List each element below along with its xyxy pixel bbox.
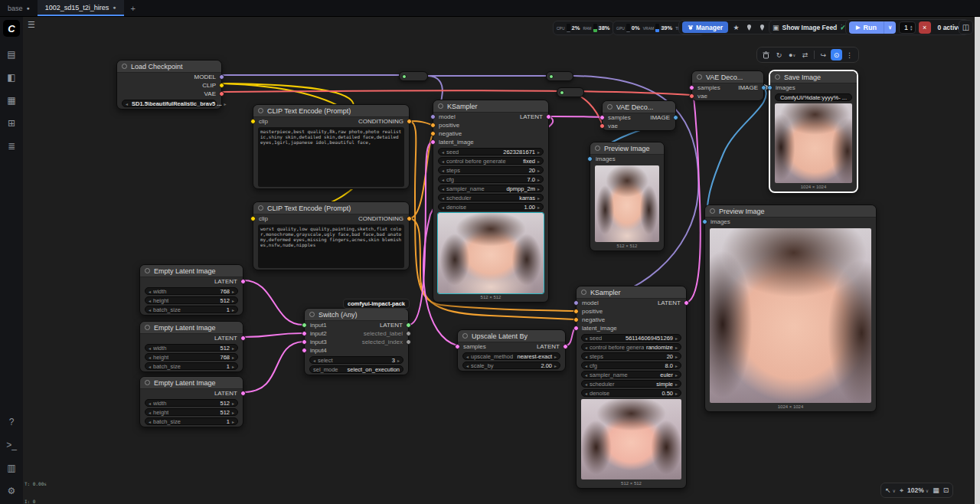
- stepper-left-icon[interactable]: ◂: [585, 335, 587, 341]
- stepper-left-icon[interactable]: ◂: [149, 289, 151, 294]
- pin-node-button[interactable]: ⊙: [831, 49, 842, 61]
- stepper-left-icon[interactable]: ◂: [585, 372, 587, 378]
- output-port-IMAGE[interactable]: [673, 115, 678, 120]
- node-library-icon[interactable]: ⊞: [3, 116, 20, 130]
- node-title-bar[interactable]: CLIP Text Encode (Prompt): [253, 105, 409, 117]
- widget-scheduler[interactable]: ◂schedulerkarras▸: [438, 194, 544, 201]
- refresh-node-button[interactable]: ↻: [773, 49, 785, 61]
- stepper-left-icon[interactable]: ◂: [149, 364, 151, 369]
- widget-width[interactable]: ◂width512▸: [145, 399, 238, 407]
- widget-text[interactable]: ComfyUI/%date:yyyy%- ...: [775, 93, 852, 101]
- node-upscale-latent[interactable]: Upscale Latent BysamplesLATENT◂upscale_m…: [457, 329, 566, 371]
- node-title-bar[interactable]: Preview Image: [590, 142, 664, 155]
- output-port-CLIP[interactable]: [219, 83, 224, 88]
- delete-node-button[interactable]: [760, 49, 772, 61]
- input-port-vae[interactable]: [599, 123, 605, 129]
- menu-hamburger-icon[interactable]: ☰: [28, 20, 35, 30]
- stepper-right-icon[interactable]: ▸: [537, 168, 540, 173]
- input-port-vae[interactable]: [689, 93, 694, 99]
- cursor-tool-button[interactable]: ↖ ∨: [885, 486, 896, 494]
- output-port-LATENT[interactable]: [406, 322, 411, 328]
- output-port-LATENT[interactable]: [563, 344, 568, 349]
- resize-node-button[interactable]: ⇄: [799, 49, 811, 61]
- collapse-dot[interactable]: [775, 74, 780, 80]
- node-vae-decode-1[interactable]: VAE Deco...samplesIMAGEvae: [602, 100, 676, 131]
- node-title-bar[interactable]: Load Checkpoint: [117, 61, 221, 73]
- stepper-left-icon[interactable]: ◂: [585, 345, 587, 350]
- collapse-dot[interactable]: [710, 208, 715, 214]
- fit-view-button[interactable]: ⌖: [900, 486, 903, 495]
- terminal-icon[interactable]: >_: [3, 438, 20, 452]
- output-port-selected_label[interactable]: [406, 331, 411, 336]
- node-color-button[interactable]: ●∨: [786, 49, 798, 61]
- node-title-bar[interactable]: Upscale Latent By: [458, 330, 565, 342]
- input-port-input2[interactable]: [302, 331, 307, 336]
- output-port-CONDITIONING[interactable]: [407, 216, 412, 221]
- stepper-right-icon[interactable]: ▸: [537, 205, 540, 210]
- stepper-right-icon[interactable]: ▸: [675, 381, 678, 387]
- stepper-left-icon[interactable]: ◂: [466, 363, 469, 368]
- reroute-node[interactable]: [546, 71, 573, 81]
- stepper-left-icon[interactable]: ◂: [149, 410, 151, 415]
- widget-batch_size[interactable]: ◂batch_size1▸: [145, 417, 238, 425]
- collapse-dot[interactable]: [438, 103, 443, 109]
- batch-count-input[interactable]: 1 ▴▾: [899, 21, 916, 34]
- widget-cfg[interactable]: ◂cfg8.0▸: [581, 362, 681, 369]
- help-icon[interactable]: ?: [3, 415, 20, 429]
- widget-steps[interactable]: ◂steps20▸: [581, 352, 681, 360]
- output-port-selected_index[interactable]: [406, 339, 411, 345]
- stepper-right-icon[interactable]: ▸: [554, 363, 557, 368]
- output-port-IMAGE[interactable]: [761, 85, 766, 90]
- widget-control before generate[interactable]: ◂control before generatefixed▸: [438, 157, 544, 165]
- collapse-dot[interactable]: [258, 205, 263, 211]
- collapse-dot[interactable]: [309, 312, 315, 317]
- stepper-right-icon[interactable]: ▸: [675, 335, 678, 341]
- batch-count-steppers[interactable]: ▴▾: [910, 25, 913, 31]
- stepper-left-icon[interactable]: ◂: [149, 355, 151, 360]
- stepper-right-icon[interactable]: ▸: [554, 354, 557, 359]
- node-load-checkpoint[interactable]: Load CheckpointMODELCLIPVAE◂SD1.5\beauti…: [116, 60, 222, 110]
- widget-height[interactable]: ◂height768▸: [145, 353, 238, 361]
- widget-height[interactable]: ◂height512▸: [145, 408, 238, 416]
- collapse-dot[interactable]: [145, 380, 150, 385]
- node-switch-any[interactable]: comfyui-impact-packSwitch (Any)input1LAT…: [304, 308, 409, 375]
- node-title-bar[interactable]: CLIP Text Encode (Prompt): [253, 202, 409, 214]
- collapse-dot[interactable]: [462, 333, 468, 339]
- manager-button[interactable]: Manager: [682, 21, 728, 33]
- node-title-bar[interactable]: Empty Latent Image: [140, 377, 243, 389]
- node-title-bar[interactable]: Empty Latent Image: [140, 265, 243, 277]
- input-port-samples[interactable]: [599, 115, 605, 120]
- pin2-icon[interactable]: [757, 22, 767, 33]
- output-port-MODEL[interactable]: [219, 74, 224, 80]
- workflows-icon[interactable]: ▤: [3, 47, 20, 61]
- stepper-right-icon[interactable]: ▸: [675, 354, 678, 359]
- stepper-right-icon[interactable]: ▸: [232, 410, 234, 415]
- input-port-clip[interactable]: [250, 216, 256, 221]
- input-port-negative[interactable]: [573, 317, 579, 322]
- input-port-latent_image[interactable]: [430, 139, 436, 145]
- new-tab-button[interactable]: +: [124, 0, 142, 16]
- widget-control before generate[interactable]: ◂control before generaterandomize▸: [581, 343, 681, 351]
- input-port-negative[interactable]: [430, 131, 436, 136]
- star-icon[interactable]: ★: [731, 22, 741, 33]
- input-port-samples[interactable]: [455, 344, 460, 349]
- stepper-left-icon[interactable]: ◂: [126, 101, 128, 106]
- stepper-left-icon[interactable]: ◂: [466, 354, 469, 359]
- input-port-positive[interactable]: [430, 123, 436, 128]
- input-port-samples[interactable]: [689, 85, 694, 90]
- widget-sampler_name[interactable]: ◂sampler_namedpmpp_2m▸: [438, 185, 544, 192]
- widget-height[interactable]: ◂height512▸: [145, 296, 238, 304]
- node-title-bar[interactable]: Switch (Any): [305, 309, 408, 321]
- stepper-left-icon[interactable]: ◂: [585, 391, 587, 396]
- node-title-bar[interactable]: KSampler: [433, 100, 548, 113]
- stepper-right-icon[interactable]: ▸: [232, 364, 234, 369]
- input-port-images[interactable]: [587, 156, 593, 162]
- collapse-dot[interactable]: [595, 146, 600, 151]
- reroute-node[interactable]: [399, 71, 428, 81]
- widget-combo[interactable]: ◂SD1.5\beautifulRealistic_brav5 ...▸: [122, 100, 217, 107]
- prompt-textarea[interactable]: worst quality,low quality,painting,sketc…: [258, 224, 404, 268]
- widget-cfg[interactable]: ◂cfg7.0▸: [438, 175, 544, 183]
- image-feed-toggle[interactable]: ▣ Show Image Feed ✓: [769, 20, 850, 34]
- stepper-right-icon[interactable]: ▸: [675, 372, 678, 378]
- reroute-node[interactable]: [557, 87, 584, 97]
